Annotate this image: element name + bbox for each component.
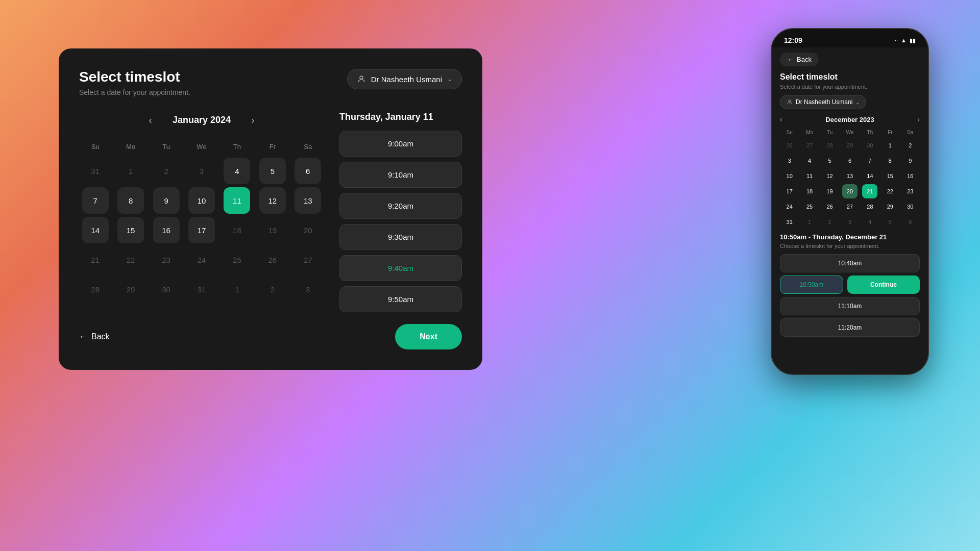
calendar-day-header: Sa — [292, 139, 324, 155]
phone-calendar-day-cell[interactable]: 17 — [782, 184, 797, 198]
phone-calendar-day-cell[interactable]: 15 — [883, 169, 898, 183]
phone-calendar-day-cell[interactable]: 23 — [902, 184, 918, 198]
calendar-day-cell[interactable]: 11 — [224, 187, 250, 214]
phone-calendar-day-cell[interactable]: 10 — [782, 169, 797, 183]
phone-calendar-day-cell[interactable]: 14 — [862, 169, 877, 183]
calendar-day-cell[interactable]: 14 — [82, 217, 109, 243]
phone-calendar-day-cell: 4 — [862, 215, 877, 229]
phone-calendar-day-cell[interactable]: 1 — [883, 138, 898, 153]
phone-calendar-day-cell: 29 — [842, 138, 857, 153]
calendar-day-cell[interactable]: 4 — [224, 158, 250, 184]
phone-back-button[interactable]: ← Back — [780, 53, 819, 66]
phone-calendar-day-cell[interactable]: 24 — [782, 199, 797, 214]
phone-calendar-day-cell[interactable]: 26 — [822, 199, 838, 214]
calendar-day-cell[interactable]: 13 — [295, 187, 321, 214]
phone-calendar-day-cell[interactable]: 11 — [802, 169, 817, 183]
phone-calendar-day-cell[interactable]: 18 — [802, 184, 817, 198]
phone-timeslot-list: 10:40am10:50amContinue11:10am11:20am — [780, 254, 920, 337]
phone-calendar-day-cell[interactable]: 4 — [802, 154, 817, 168]
calendar-day-header: We — [185, 139, 217, 155]
phone-calendar-nav: ‹ December 2023 › — [780, 115, 920, 123]
phone-next-month-button[interactable]: › — [917, 115, 920, 123]
timeslot-button[interactable]: 9:10am — [339, 162, 462, 188]
selected-date-label: Thursday, January 11 — [339, 112, 462, 122]
phone-calendar-day-cell[interactable]: 29 — [883, 199, 898, 214]
phone-timeslot-button[interactable]: 11:10am — [780, 297, 920, 315]
phone-calendar-day-cell[interactable]: 7 — [862, 154, 877, 168]
phone-calendar-day-cell[interactable]: 27 — [842, 199, 857, 214]
phone-calendar-day-cell: 30 — [862, 138, 877, 153]
calendar-day-cell[interactable]: 5 — [259, 158, 286, 184]
phone-screen: 12:09 ··· ▲ ▮▮ ← Back Select timeslot Se… — [772, 29, 928, 374]
phone-calendar-day-header: We — [840, 128, 859, 137]
timeslot-button[interactable]: 9:00am — [339, 131, 462, 157]
phone-calendar-day-header: Th — [861, 128, 879, 137]
calendar-day-cell[interactable]: 9 — [153, 187, 180, 214]
phone-calendar-day-header: Mo — [800, 128, 819, 137]
phone-calendar-day-cell[interactable]: 12 — [822, 169, 838, 183]
calendar-day-cell: 19 — [259, 217, 286, 243]
calendar-day-cell: 26 — [259, 246, 286, 273]
phone-calendar-day-cell[interactable]: 3 — [782, 154, 797, 168]
calendar-day-header: Fr — [256, 139, 288, 155]
timeslot-button[interactable]: 9:30am — [339, 224, 462, 250]
phone-doctor-selector[interactable]: Dr Nasheeth Usmani ⌄ — [780, 95, 866, 109]
calendar-day-header: Th — [221, 139, 253, 155]
next-month-button[interactable]: › — [246, 112, 260, 129]
phone-continue-button[interactable]: Continue — [847, 276, 920, 294]
doctor-selector[interactable]: Dr Nasheeth Usmani ⌄ — [347, 69, 462, 89]
calendar-day-cell: 21 — [82, 246, 109, 273]
calendar-day-cell: 22 — [117, 246, 144, 273]
calendar-day-cell: 18 — [224, 217, 250, 243]
main-card: Select timeslot Select a date for your a… — [59, 48, 482, 370]
calendar-grid: SuMoTuWeThFrSa31123456789101112131415161… — [79, 139, 324, 303]
phone-timeslot-button[interactable]: 10:40am — [780, 254, 920, 272]
calendar-day-cell[interactable]: 10 — [188, 187, 215, 214]
timeslot-button[interactable]: 9:50am — [339, 286, 462, 312]
calendar-day-cell[interactable]: 17 — [188, 217, 215, 243]
phone-timeslot-selected-button[interactable]: 10:50am — [780, 276, 843, 294]
phone-calendar-day-cell[interactable]: 2 — [902, 138, 918, 153]
phone-back-arrow-icon: ← — [787, 56, 794, 63]
phone-calendar-day-cell[interactable]: 9 — [902, 154, 918, 168]
next-button[interactable]: Next — [395, 324, 462, 349]
phone-calendar-day-cell[interactable]: 5 — [822, 154, 838, 168]
phone-calendar-day-cell[interactable]: 13 — [842, 169, 857, 183]
card-body: ‹ January 2024 › SuMoTuWeThFrSa311234567… — [79, 112, 462, 314]
phone-calendar-day-cell[interactable]: 22 — [883, 184, 898, 198]
phone-prev-month-button[interactable]: ‹ — [780, 115, 782, 123]
calendar-day-cell[interactable]: 12 — [259, 187, 286, 214]
person-icon — [357, 74, 366, 84]
calendar-day-cell[interactable]: 16 — [153, 217, 180, 243]
timeslot-button[interactable]: 9:20am — [339, 193, 462, 219]
phone-calendar-day-cell[interactable]: 16 — [902, 169, 918, 183]
phone-calendar-day-cell[interactable]: 30 — [902, 199, 918, 214]
phone-calendar-day-cell: 6 — [902, 215, 918, 229]
phone-calendar-day-header: Fr — [880, 128, 899, 137]
phone-calendar-day-cell[interactable]: 20 — [842, 184, 857, 198]
phone-calendar-day-cell[interactable]: 28 — [862, 199, 877, 214]
back-button[interactable]: ← Back — [79, 332, 110, 341]
svg-point-1 — [789, 100, 791, 102]
calendar-day-cell[interactable]: 8 — [117, 187, 144, 214]
phone-calendar-day-cell: 27 — [802, 138, 817, 153]
phone-calendar-day-cell[interactable]: 8 — [883, 154, 898, 168]
phone-calendar-day-cell[interactable]: 31 — [782, 215, 797, 229]
timeslot-button[interactable]: 9:40am — [339, 255, 462, 281]
phone-timeslot-button[interactable]: 11:20am — [780, 318, 920, 337]
phone-calendar-day-cell[interactable]: 25 — [802, 199, 817, 214]
phone-calendar-day-cell[interactable]: 21 — [862, 184, 877, 198]
calendar-day-cell[interactable]: 6 — [295, 158, 321, 184]
phone-calendar-day-cell: 26 — [782, 138, 797, 153]
status-icons: ··· ▲ ▮▮ — [893, 37, 916, 44]
signal-dots-icon: ··· — [893, 37, 898, 43]
calendar-day-cell[interactable]: 15 — [117, 217, 144, 243]
battery-icon: ▮▮ — [910, 37, 916, 44]
phone-selected-time-label: 10:50am - Thursday, December 21 — [780, 233, 920, 241]
calendar-day-header: Tu — [150, 139, 182, 155]
calendar-day-cell[interactable]: 7 — [82, 187, 109, 214]
phone-calendar-day-cell[interactable]: 6 — [842, 154, 857, 168]
phone-calendar-day-header: Sa — [901, 128, 920, 137]
prev-month-button[interactable]: ‹ — [143, 112, 157, 129]
phone-calendar-day-cell[interactable]: 19 — [822, 184, 838, 198]
